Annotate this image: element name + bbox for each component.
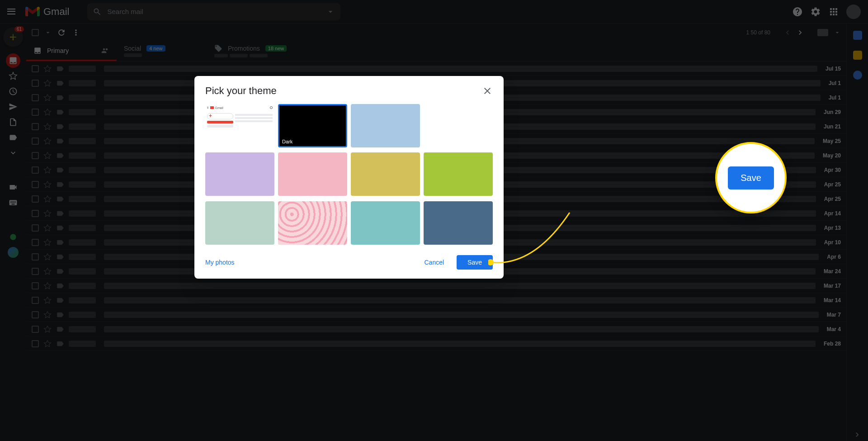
theme-modal: Pick your theme ≡Gmail Dark My photos Ca…: [194, 76, 504, 279]
theme-tile[interactable]: [424, 104, 493, 147]
close-icon[interactable]: [482, 85, 493, 96]
theme-tile[interactable]: [278, 152, 347, 196]
theme-tile[interactable]: Dark: [278, 104, 347, 147]
my-photos-link[interactable]: My photos: [205, 259, 235, 266]
theme-grid: ≡Gmail Dark: [205, 100, 493, 250]
theme-tile[interactable]: [351, 104, 420, 147]
theme-tile[interactable]: [424, 201, 493, 245]
modal-title: Pick your theme: [205, 85, 277, 97]
theme-tile[interactable]: [351, 201, 420, 245]
theme-tile[interactable]: [278, 201, 347, 245]
theme-label: Dark: [282, 139, 292, 144]
theme-tile[interactable]: [205, 201, 274, 245]
theme-tile[interactable]: [351, 152, 420, 196]
cancel-button[interactable]: Cancel: [415, 255, 453, 270]
save-button[interactable]: Save: [457, 255, 493, 270]
theme-tile[interactable]: [424, 152, 493, 196]
theme-tile[interactable]: [205, 152, 274, 196]
theme-tile[interactable]: ≡Gmail: [205, 104, 274, 147]
